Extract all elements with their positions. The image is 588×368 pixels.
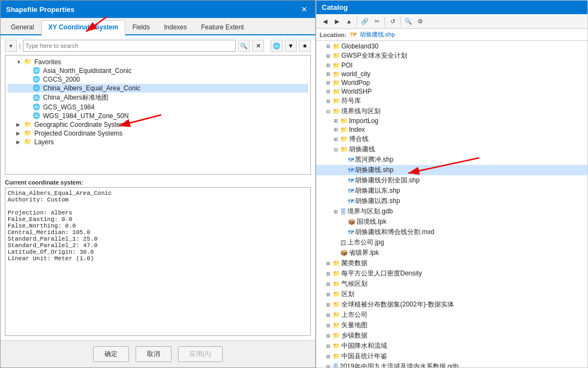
catalog-toggle[interactable]: ⊞ xyxy=(334,209,340,214)
globe-button[interactable]: 🌐 xyxy=(271,40,283,52)
catalog-tree-item[interactable]: 🗺胡焕庸线分割全国.shp xyxy=(316,175,587,186)
catalog-tree-item[interactable]: 🗺胡焕庸以西.shp xyxy=(316,196,587,206)
catalog-toggle[interactable]: ⊞ xyxy=(326,271,333,277)
tree-item-proj-coord[interactable]: ▶ 📁 Projected Coordinate Systems xyxy=(8,129,308,138)
coord-textarea[interactable] xyxy=(5,187,311,336)
catalog-toggle[interactable]: ⊞ xyxy=(326,63,333,68)
search-input[interactable] xyxy=(23,40,236,52)
catalog-tree-item[interactable]: ⊞📁符号库 xyxy=(316,96,587,106)
catalog-tree-item[interactable]: 📦省级界.lpk xyxy=(316,248,587,258)
catalog-tree-item[interactable]: ⊞📁WorldPop xyxy=(316,78,587,87)
catalog-toggle[interactable]: ⊞ xyxy=(326,53,333,59)
catalog-toggle[interactable]: ⊞ xyxy=(334,137,340,142)
star-button[interactable]: ★ xyxy=(299,40,311,52)
catalog-tree-item[interactable]: 🗺胡焕庸以东.shp xyxy=(316,186,587,196)
catalog-toggle[interactable]: ⊞ xyxy=(326,44,333,49)
toggle-layers[interactable]: ▶ xyxy=(16,139,24,145)
catalog-toggle[interactable]: ⊞ xyxy=(326,364,333,368)
search-button[interactable]: 🔍 xyxy=(238,40,250,52)
coordinate-system-tree[interactable]: ▼ 📁 Favorites 🌐 Asia_North_Equidistant_C… xyxy=(5,55,311,175)
catalog-tree-item[interactable]: ⊞📁区划 xyxy=(316,289,587,299)
tree-item-gcs-wgs[interactable]: 🌐 GCS_WGS_1984 xyxy=(8,103,308,112)
catalog-toggle[interactable]: ⊞ xyxy=(326,302,333,308)
catalog-toggle[interactable]: ⊞ xyxy=(326,323,333,328)
catalog-tree-item[interactable]: ⊞📁中国县统计年鉴 xyxy=(316,351,587,361)
cancel-button[interactable]: 取消 xyxy=(136,346,171,362)
dropdown-button[interactable]: ▼ xyxy=(285,40,297,52)
catalog-tree-item[interactable]: ⊞📁中国降水和流域 xyxy=(316,341,587,351)
tab-feature-extent[interactable]: Feature Extent xyxy=(194,20,251,34)
catalog-tree-item[interactable]: 🗺胡焕庸线.shp xyxy=(316,165,587,175)
catalog-toggle[interactable]: ⊞ xyxy=(326,99,333,104)
tree-item-favorites[interactable]: ▼ 📁 Favorites xyxy=(8,58,308,66)
search-button[interactable]: 🔍 xyxy=(403,16,414,27)
catalog-tree-item[interactable]: ⊞📁博合线 xyxy=(316,134,587,144)
catalog-tree-item[interactable]: ⊞📁上市公司 xyxy=(316,310,587,320)
catalog-tree-item[interactable]: ⊞📁Globeland30 xyxy=(316,42,587,51)
toggle-favorites[interactable]: ▼ xyxy=(16,59,24,65)
apply-button[interactable]: 应用(A) xyxy=(178,346,223,362)
catalog-toggle[interactable]: ⊞ xyxy=(326,80,333,85)
options-button[interactable]: ⚙ xyxy=(415,16,426,27)
catalog-tree-item[interactable]: ⊞📁每平方公里人口密度Density xyxy=(316,268,587,279)
catalog-tree-item[interactable]: 🖼上市公司.jpg xyxy=(316,237,587,248)
forward-button[interactable]: ▶ xyxy=(332,16,342,27)
catalog-toggle[interactable]: ⊞ xyxy=(334,118,340,124)
location-value[interactable]: 胡焕庸线.shp xyxy=(360,30,395,39)
toggle-proj-coord[interactable]: ▶ xyxy=(16,131,24,136)
tree-item-china-albers2[interactable]: 🌐 China_Albers标准地图 xyxy=(8,93,308,103)
tree-item-china-albers[interactable]: 🌐 China_Albers_Equal_Area_Conic xyxy=(8,84,308,93)
catalog-toggle[interactable]: ⊟ xyxy=(334,147,340,152)
catalog-tree-item[interactable]: ⊞🗄2019年中国九大流域及境内水系数据.gdb xyxy=(316,361,587,367)
catalog-tree-item[interactable]: ⊞📁POI xyxy=(316,61,587,70)
catalog-toggle[interactable]: ⊞ xyxy=(326,344,333,349)
catalog-tree-item[interactable]: ⊞📁GWSP全球水安全计划 xyxy=(316,51,587,61)
up-button[interactable]: ▲ xyxy=(344,16,354,27)
catalog-tree-item[interactable]: ⊞📁world_city xyxy=(316,70,587,78)
catalog-toggle[interactable]: ⊟ xyxy=(326,109,333,114)
catalog-tree-item[interactable]: ⊞📁气候区划 xyxy=(316,279,587,289)
tab-indexes[interactable]: Indexes xyxy=(157,20,194,34)
refresh-button[interactable]: ↺ xyxy=(387,16,398,27)
catalog-tree-item[interactable]: ⊞📁乡镇数据 xyxy=(316,330,587,341)
catalog-tree-item[interactable]: ⊟📁胡焕庸线 xyxy=(316,144,587,155)
tree-item-geo-coord[interactable]: ▶ 📁 Geographic Coordinate Systems xyxy=(8,120,308,129)
tree-item-layers[interactable]: ▶ 📁 Layers xyxy=(8,138,308,146)
catalog-tree-item[interactable]: ⊟📁境界线与区划 xyxy=(316,106,587,116)
catalog-tree-item[interactable]: ⊞📁全球植被分布数据集(2002年)-数据实体 xyxy=(316,299,587,310)
catalog-tree-item[interactable]: ⊞📁矢量地图 xyxy=(316,320,587,330)
tab-xy-coordinate-system[interactable]: XY Coordinate System xyxy=(41,20,125,35)
catalog-tree-item[interactable]: ⊞📁WorldSHP xyxy=(316,87,587,96)
catalog-toggle[interactable]: ⊞ xyxy=(326,281,333,287)
catalog-tree-item[interactable]: ⊞📁Index xyxy=(316,125,587,134)
catalog-toggle[interactable]: ⊞ xyxy=(326,333,333,339)
catalog-tree[interactable]: ⊞📁Globeland30⊞📁GWSP全球水安全计划⊞📁POI⊞📁world_c… xyxy=(316,41,587,367)
tab-fields[interactable]: Fields xyxy=(125,20,157,34)
catalog-toggle[interactable]: ⊞ xyxy=(326,312,333,318)
catalog-tree-item[interactable]: ⊞🗄境界与区划.gdb xyxy=(316,206,587,217)
back-button[interactable]: ◀ xyxy=(320,16,330,27)
search-clear-button[interactable]: ✕ xyxy=(252,40,264,52)
connect-button[interactable]: 🔗 xyxy=(359,16,370,27)
catalog-tree-item[interactable]: 📦国境线.lpk xyxy=(316,217,587,227)
catalog-toggle[interactable]: ⊞ xyxy=(326,89,333,94)
catalog-toggle[interactable]: ⊞ xyxy=(326,261,333,266)
catalog-tree-item[interactable]: ⊞📁菌类数据 xyxy=(316,258,587,268)
tree-item-asia[interactable]: 🌐 Asia_North_Equidistant_Conic xyxy=(8,66,308,75)
tree-item-cgcs[interactable]: 🌐 CGCS_2000 xyxy=(8,75,308,84)
catalog-tree-item[interactable]: ⊞📁ImportLog xyxy=(316,116,587,125)
catalog-toggle[interactable]: ⊞ xyxy=(326,354,333,359)
confirm-button[interactable]: 确定 xyxy=(93,346,129,362)
tab-general[interactable]: General xyxy=(4,20,41,34)
filter-button[interactable]: ▼ xyxy=(5,40,17,52)
catalog-toggle[interactable]: ⊞ xyxy=(334,127,340,132)
close-button[interactable]: ✕ xyxy=(299,4,310,15)
tree-item-wgs-utm[interactable]: 🌐 WGS_1984_UTM_Zone_50N xyxy=(8,112,308,120)
disconnect-button[interactable]: ✂ xyxy=(371,16,382,27)
catalog-toggle[interactable]: ⊞ xyxy=(326,71,333,77)
catalog-item-label: Globeland30 xyxy=(341,42,378,50)
catalog-tree-item[interactable]: 🗺胡焕庸线和博合线分割.mxd xyxy=(316,227,587,237)
toggle-geo-coord[interactable]: ▶ xyxy=(16,122,24,127)
catalog-toggle[interactable]: ⊞ xyxy=(326,292,333,297)
catalog-tree-item[interactable]: 🗺黑河腾冲.shp xyxy=(316,155,587,165)
